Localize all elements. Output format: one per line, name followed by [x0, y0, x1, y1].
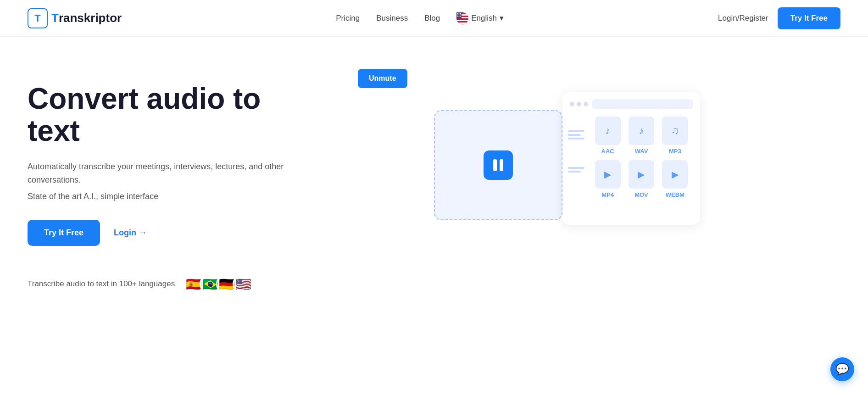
format-mov: ▶ MOV: [627, 160, 655, 198]
hero-subtitle: Automatically transcribe your meetings, …: [28, 160, 294, 187]
svg-point-13: [459, 16, 460, 17]
aac-label: AAC: [601, 148, 614, 155]
login-register-link[interactable]: Login/Register: [718, 14, 768, 23]
mov-icon-wrap: ▶: [629, 160, 654, 189]
svg-point-8: [460, 13, 461, 14]
browser-dot-1: [570, 102, 574, 106]
format-aac: ♪ AAC: [594, 117, 622, 155]
hero-tagline: State of the art A.I., simple interface: [28, 192, 294, 201]
svg-point-9: [457, 14, 458, 15]
nav-business[interactable]: Business: [376, 14, 408, 23]
pause-bar-right: [500, 159, 503, 171]
mp3-label: MP3: [669, 148, 681, 155]
hero-login-link[interactable]: Login →: [114, 228, 147, 238]
language-label: English: [471, 14, 497, 23]
mp4-icon-wrap: ▶: [595, 160, 621, 189]
browser-dot-2: [577, 102, 581, 106]
languages-row: Transcribe audio to text in 100+ languag…: [28, 273, 294, 295]
languages-text: Transcribe audio to text in 100+ languag…: [28, 279, 175, 289]
format-mp3: ♫ MP3: [661, 117, 689, 155]
format-wav: ♪ WAV: [627, 117, 655, 155]
webm-play-icon: ▶: [672, 169, 679, 180]
text-lines-decoration-2: [568, 165, 584, 174]
language-selector[interactable]: English ▾: [456, 12, 504, 24]
formats-card: ♪ AAC ♪ WAV ♫: [562, 92, 700, 225]
pause-bar-left: [493, 159, 497, 171]
logo-text: Transkriptor: [51, 11, 122, 25]
chevron-down-icon: ▾: [500, 13, 504, 23]
pause-button[interactable]: [484, 150, 513, 180]
hero-right: Unmute: [294, 64, 840, 257]
nav-pricing[interactable]: Pricing: [336, 14, 360, 23]
format-webm: ▶ WEBM: [661, 160, 689, 198]
mov-play-icon: ▶: [638, 169, 645, 180]
nav-blog[interactable]: Blog: [424, 14, 440, 23]
hero-section: Convert audio to text Automatically tran…: [0, 37, 868, 322]
svg-point-10: [459, 14, 460, 15]
mp4-play-icon: ▶: [604, 169, 611, 180]
mov-label: MOV: [634, 191, 648, 198]
formats-grid-wrapper: ♪ AAC ♪ WAV ♫: [590, 117, 693, 198]
browser-bar: [570, 99, 693, 109]
try-it-free-header-button[interactable]: Try It Free: [778, 7, 840, 29]
svg-rect-4: [456, 22, 468, 24]
formats-grid: ♪ AAC ♪ WAV ♫: [590, 117, 693, 198]
mp4-label: MP4: [601, 191, 614, 198]
us-flag-icon: [456, 12, 468, 24]
browser-dots: [570, 102, 588, 106]
header: T Transkriptor Pricing Business Blog: [0, 0, 868, 37]
text-lines-decoration: [568, 128, 584, 141]
browser-search-bar: [592, 99, 693, 109]
svg-point-6: [457, 13, 458, 14]
svg-rect-3: [456, 20, 468, 21]
aac-note-icon: ♪: [605, 125, 610, 137]
svg-point-11: [460, 14, 461, 15]
wav-label: WAV: [635, 148, 648, 155]
svg-point-14: [460, 16, 461, 17]
logo-icon: T: [28, 8, 48, 28]
hero-title: Convert audio to text: [28, 83, 294, 147]
webm-label: WEBM: [666, 191, 684, 198]
svg-point-12: [457, 16, 458, 17]
hero-left: Convert audio to text Automatically tran…: [28, 73, 294, 295]
flags-group: 🇪🇸 🇧🇷 🇩🇪 🇺🇸: [183, 273, 254, 295]
wav-note-icon: ♪: [639, 125, 644, 137]
mp3-icon-wrap: ♫: [662, 117, 688, 145]
hero-actions: Try It Free Login →: [28, 220, 294, 246]
unmute-button[interactable]: Unmute: [358, 69, 407, 88]
illustration-container: ♪ AAC ♪ WAV ♫: [434, 92, 700, 257]
main-nav: Pricing Business Blog En: [336, 12, 504, 24]
logo[interactable]: T Transkriptor: [28, 8, 122, 28]
format-mp4: ▶ MP4: [594, 160, 622, 198]
flag-american: 🇺🇸: [233, 273, 254, 295]
wav-icon-wrap: ♪: [629, 117, 654, 145]
webm-icon-wrap: ▶: [662, 160, 688, 189]
header-right: Login/Register Try It Free: [718, 7, 840, 29]
player-card: [434, 110, 562, 220]
try-it-free-hero-button[interactable]: Try It Free: [28, 220, 100, 246]
svg-point-7: [459, 13, 460, 14]
aac-icon-wrap: ♪: [595, 117, 621, 145]
mp3-note-icon: ♫: [671, 125, 679, 137]
browser-dot-3: [584, 102, 588, 106]
